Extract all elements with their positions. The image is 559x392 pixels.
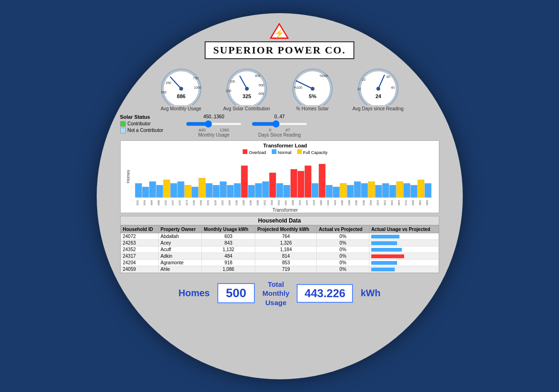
svg-text:AX853: AX853 (425, 200, 428, 205)
svg-rect-87 (312, 183, 318, 197)
days-since-slider[interactable] (252, 120, 308, 128)
svg-text:200: 200 (226, 89, 231, 92)
days-since-range-label: 0..47 (274, 114, 284, 119)
svg-rect-111 (396, 181, 403, 197)
svg-rect-101 (361, 183, 368, 197)
svg-rect-109 (389, 185, 396, 197)
table-area: Household Data Household ID Property Own… (120, 216, 439, 273)
monthly-usage-slider[interactable] (186, 120, 242, 128)
cell-monthly: 1,132 (202, 246, 255, 253)
col-owner: Property Owner (159, 225, 202, 233)
svg-rect-47 (170, 183, 177, 197)
svg-text:AX534: AX534 (369, 200, 372, 205)
svg-text:AX284: AX284 (228, 200, 230, 205)
legend-overload: Overload (243, 149, 266, 155)
svg-rect-75 (269, 172, 276, 197)
chart-title: Transformer Load (135, 143, 436, 148)
svg-rect-99 (354, 181, 360, 197)
gauges-row: 250 500 750 1000 886 Avg Monthly Usage 1… (151, 63, 409, 111)
svg-text:AX182: AX182 (192, 200, 195, 205)
kwh-value: 443.226 (297, 284, 353, 303)
cell-bar (369, 259, 438, 266)
svg-text:⚡: ⚡ (274, 28, 284, 38)
gauge-avg-monthly: 250 500 750 1000 886 Avg Monthly Usage (151, 63, 212, 111)
svg-text:AX851: AX851 (418, 200, 421, 205)
gauge-svg-4: 10 20 30 40 24 (352, 63, 404, 105)
table-row: 24352 Acuff 1,132 1,184 0% (121, 246, 438, 253)
svg-text:%000: %000 (320, 74, 328, 77)
table-row: 24072 Abdallah 603 764 0% (121, 233, 438, 239)
svg-text:AX357: AX357 (284, 200, 287, 205)
svg-text:400: 400 (255, 74, 260, 77)
svg-rect-103 (368, 181, 375, 197)
col-monthly: Monthly Usage kWh (202, 225, 255, 233)
monthly-usage-slider-group: 450..1360 440 1360 Monthly Usage (186, 114, 242, 138)
solar-status-box: Solar Status Contributor Not a Contribut… (120, 114, 176, 134)
svg-rect-49 (177, 181, 184, 197)
col-id: Household ID (121, 225, 159, 233)
warning-icon: ⚡ (270, 23, 289, 39)
svg-text:AX489: AX489 (348, 200, 351, 205)
svg-rect-117 (417, 179, 424, 197)
monthly-usage-range-label: 450..1360 (203, 114, 224, 119)
legend-not-contributor: Not a Contributor (120, 128, 176, 133)
svg-text:AX315: AX315 (263, 200, 266, 205)
svg-text:AX098: AX098 (157, 200, 160, 205)
svg-text:AX299: AX299 (256, 200, 259, 205)
svg-rect-83 (298, 171, 304, 197)
svg-text:1000: 1000 (194, 86, 201, 89)
days-since-label: Days Since Reading (258, 132, 301, 138)
svg-text:AX621: AX621 (390, 200, 393, 205)
svg-rect-65 (234, 183, 240, 197)
svg-rect-91 (326, 185, 332, 197)
svg-text:AX485: AX485 (341, 200, 344, 205)
table-row: 24204 Agramonte 918 853 0% (121, 259, 438, 266)
svg-rect-97 (347, 185, 353, 197)
svg-rect-71 (255, 183, 261, 197)
footer-row: Homes 500 Total Monthly Usage 443.226 kW… (178, 280, 380, 307)
table-row: 24059 Ahle 1,086 719 0% (121, 266, 438, 272)
cell-bar (369, 246, 438, 253)
cell-pct: 0% (317, 253, 369, 259)
cell-projected: 853 (255, 259, 317, 266)
svg-rect-113 (403, 183, 410, 197)
table-row: 24263 Acey 843 1,326 0% (121, 239, 438, 246)
chart-area: Homes Transformer Load Overload Normal F… (120, 140, 439, 213)
svg-text:AX084: AX084 (150, 200, 153, 205)
svg-rect-37 (135, 183, 142, 197)
svg-rect-53 (191, 187, 198, 198)
contributor-icon (120, 121, 126, 127)
svg-text:AX032: AX032 (136, 200, 139, 205)
cell-owner: Adkin (159, 253, 202, 259)
homes-value: 500 (217, 283, 255, 303)
svg-point-26 (311, 87, 314, 91)
cell-monthly: 843 (202, 239, 255, 246)
cell-owner: Acey (159, 239, 202, 246)
cell-id: 24263 (121, 239, 159, 246)
svg-text:AX341: AX341 (277, 200, 280, 205)
svg-rect-61 (220, 181, 226, 197)
gauge-avg-days: 10 20 30 40 24 Avg Days since Reading (348, 63, 409, 111)
svg-rect-79 (283, 185, 290, 197)
svg-rect-73 (262, 181, 268, 197)
svg-rect-63 (227, 185, 233, 197)
bar-chart: AX032AX034AX084AX098AX132AX137AX147AX173… (135, 156, 436, 206)
cell-bar (369, 253, 438, 259)
svg-text:600: 600 (259, 92, 264, 95)
cell-monthly: 918 (202, 259, 255, 266)
legend-full-capacity: Full Capacity (297, 149, 328, 155)
cell-monthly: 1,086 (202, 266, 255, 272)
svg-rect-119 (424, 183, 431, 197)
svg-text:20: 20 (357, 87, 361, 91)
svg-text:AX209: AX209 (199, 200, 202, 205)
cell-projected: 814 (255, 253, 317, 259)
days-since-range: 0 47 (269, 128, 290, 132)
svg-rect-95 (340, 183, 346, 197)
svg-text:750: 750 (193, 77, 199, 80)
svg-rect-67 (241, 165, 247, 197)
header: ⚡ SUPERIOR POWER CO. (205, 23, 354, 59)
svg-text:AX231: AX231 (207, 200, 209, 205)
svg-text:AX318: AX318 (270, 200, 273, 205)
svg-text:500: 500 (161, 91, 167, 94)
svg-text:40: 40 (391, 86, 395, 89)
